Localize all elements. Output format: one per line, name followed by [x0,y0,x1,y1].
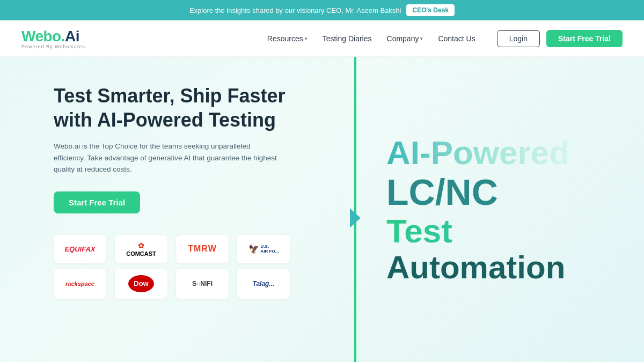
big-text-line1: AI-Powered [386,134,569,171]
logo: Webo.Ai Powered By Webomates [21,28,85,49]
hero-big-text: AI-Powered LC/NC Test Automation [376,134,569,285]
logo-rackspace: rackspace [54,269,106,299]
logo-usaf: 🦅 U.S.AIR FO... [237,235,290,263]
logo-talag: Talag... [237,269,290,299]
hero-section: Test Smarter, Ship Faster with AI-Powere… [0,57,644,362]
logo-dow: Dow [115,269,167,299]
logo-sonifi: S○NIFI [176,269,229,299]
start-trial-button[interactable]: Start Free Trial [546,30,623,47]
banner-text: Explore the insights shared by our visio… [189,6,401,14]
top-banner: Explore the insights shared by our visio… [0,0,644,20]
chevron-down-icon: ▾ [305,36,308,41]
hero-subtitle: Webo.ai is the Top Choice for the teams … [54,141,279,175]
logo-tmrw: TMRW [176,235,229,263]
hero-title: Test Smarter, Ship Faster with AI-Powere… [54,84,301,132]
nav-item-contact[interactable]: Contact Us [438,34,475,43]
big-text-line2: LC/NC [386,172,569,212]
logo-comcast: ✿ COMCAST [115,235,167,263]
big-text-line4: Automation [386,249,569,285]
nav-links: Resources ▾ Testing Diaries Company ▾ Co… [267,34,475,43]
client-logos-grid: EQUIFAX ✿ COMCAST TMRW 🦅 U.S.AIR FO... r… [54,235,290,299]
hero-content-right: AI-Powered LC/NC Test Automation [354,57,644,362]
login-button[interactable]: Login [497,30,540,47]
nav-item-resources[interactable]: Resources ▾ [267,34,308,43]
triangle-decoration [350,208,361,227]
nav-item-testing-diaries[interactable]: Testing Diaries [323,34,372,43]
nav-item-company[interactable]: Company ▾ [387,34,423,43]
chevron-down-icon: ▾ [420,36,423,41]
logo-text: Webo.Ai [21,28,85,45]
hero-content-left: Test Smarter, Ship Faster with AI-Powere… [0,57,354,362]
navbar: Webo.Ai Powered By Webomates Resources ▾… [0,20,644,57]
ceos-desk-button[interactable]: CEO's Desk [406,4,455,16]
logo-equifax: EQUIFAX [54,235,106,263]
logo-subtitle: Powered By Webomates [21,44,85,49]
hero-cta-button[interactable]: Start Free Trial [54,191,140,213]
nav-actions: Login Start Free Trial [497,30,623,47]
big-text-line3: Test [386,212,569,249]
